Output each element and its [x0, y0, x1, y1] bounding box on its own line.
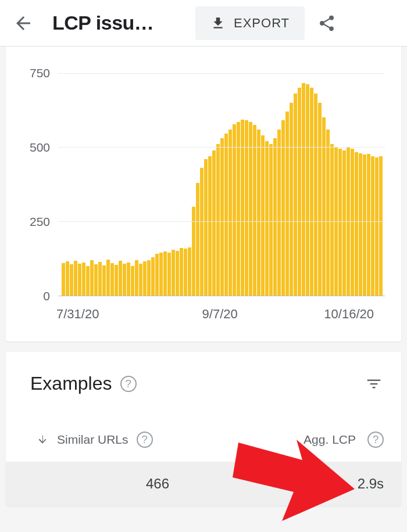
examples-column-headers: Similar URLs ? Agg. LCP ?	[6, 422, 401, 462]
chart-bar	[110, 263, 114, 296]
chart-bar	[94, 264, 98, 296]
chart-bar	[90, 260, 94, 296]
examples-card: Examples ? Similar URLs ? Agg. LCP ? 466…	[6, 352, 401, 506]
chart-bar	[326, 130, 330, 296]
chart-bar	[123, 264, 126, 296]
chart-bar	[200, 168, 204, 296]
chart-bar	[98, 262, 102, 296]
y-axis-labels: 0250500750	[10, 58, 58, 296]
chart-bar	[237, 122, 240, 296]
download-icon	[210, 16, 226, 31]
chart-bar	[82, 263, 85, 296]
chart-bar	[163, 251, 167, 296]
export-button-label: EXPORT	[234, 16, 290, 31]
y-tick-label: 500	[30, 141, 50, 154]
chart-bar	[310, 88, 313, 296]
chart-bar	[176, 251, 179, 296]
chart-bar	[224, 134, 228, 296]
help-icon[interactable]: ?	[137, 432, 153, 448]
chart-bar	[277, 130, 281, 296]
chart-bar	[119, 261, 122, 296]
chart-bar	[285, 112, 289, 296]
chart-bar	[273, 138, 277, 296]
chart-bar	[62, 263, 65, 296]
chart-bar	[135, 260, 138, 296]
chart-bar	[298, 88, 301, 296]
x-tick-label: 7/31/20	[56, 307, 99, 322]
chart-bar	[192, 207, 195, 296]
chart-bar	[261, 135, 265, 296]
chart-bar	[253, 125, 256, 296]
chart-bar	[172, 250, 175, 296]
chart-bar	[306, 84, 309, 296]
chart-bar	[184, 249, 187, 296]
chart-bar	[78, 264, 81, 296]
app-header: LCP issu… EXPORT	[0, 0, 407, 46]
chart-bar	[74, 261, 77, 296]
export-button[interactable]: EXPORT	[195, 6, 305, 40]
chart-bars	[62, 58, 383, 296]
chart-bar	[367, 154, 370, 296]
chart-bar	[330, 144, 334, 296]
chart-bar	[180, 248, 183, 296]
filter-list-icon	[365, 375, 383, 393]
chart-bar	[229, 130, 232, 296]
chart-bar	[66, 261, 69, 296]
chart-bar	[216, 144, 220, 296]
chart-bar	[143, 261, 147, 296]
row-lcp: 2.9s	[326, 476, 384, 492]
chart-bar	[314, 94, 317, 296]
chart-bar	[241, 120, 244, 296]
y-tick-label: 0	[43, 289, 50, 303]
y-tick-label: 750	[30, 66, 50, 80]
chart-bar	[147, 260, 151, 296]
chart-bar	[338, 149, 342, 296]
chart-bar	[318, 103, 322, 296]
chart-bar	[359, 153, 362, 296]
examples-title: Examples	[30, 373, 112, 394]
table-row[interactable]: 466 2.9s	[6, 462, 401, 506]
arrow-left-icon	[13, 13, 34, 34]
chart-bar	[375, 157, 379, 296]
filter-button[interactable]	[365, 375, 383, 393]
chart-bar	[127, 263, 130, 296]
chart-bar	[212, 150, 216, 296]
chart-bar	[139, 264, 142, 296]
x-axis-labels: 7/31/209/7/2010/16/20	[58, 296, 385, 325]
chart-bar	[302, 83, 305, 296]
chart-bar	[269, 144, 273, 296]
chart-bar	[151, 257, 155, 296]
x-tick-label: 9/7/20	[202, 307, 238, 322]
chart-bar	[379, 156, 383, 296]
chart-bar	[131, 266, 134, 296]
chart-bar	[115, 265, 118, 296]
chart-area: 0250500750 7/31/209/7/2010/16/20	[10, 58, 385, 325]
chart-bar	[351, 149, 354, 296]
gridline	[58, 73, 385, 74]
chart-bar	[233, 124, 236, 296]
help-icon[interactable]: ?	[367, 432, 384, 448]
chart-bar	[155, 254, 159, 296]
chart-bar	[363, 154, 366, 296]
chart-plot	[58, 58, 385, 296]
chart-bar	[355, 152, 358, 296]
chart-bar	[371, 156, 374, 296]
back-button[interactable]	[10, 10, 36, 36]
chart-bar	[106, 260, 110, 296]
chart-bar	[290, 103, 293, 296]
column-similar-urls-label: Similar URLs	[57, 433, 128, 447]
chart-bar	[322, 117, 326, 296]
help-icon[interactable]: ?	[120, 376, 137, 392]
chart-card: 0250500750 7/31/209/7/2010/16/20	[6, 46, 401, 342]
row-count: 466	[36, 476, 326, 492]
chart-bar	[342, 150, 346, 296]
chart-bar	[196, 183, 199, 296]
share-button[interactable]	[314, 10, 340, 36]
chart-bar	[204, 159, 208, 296]
column-agg-lcp[interactable]: Agg. LCP ?	[304, 432, 384, 448]
chart-bar	[208, 156, 212, 296]
chart-bar	[249, 122, 252, 296]
column-similar-urls[interactable]: Similar URLs ?	[36, 432, 304, 448]
gridline	[58, 147, 385, 148]
chart-bar	[265, 141, 269, 296]
